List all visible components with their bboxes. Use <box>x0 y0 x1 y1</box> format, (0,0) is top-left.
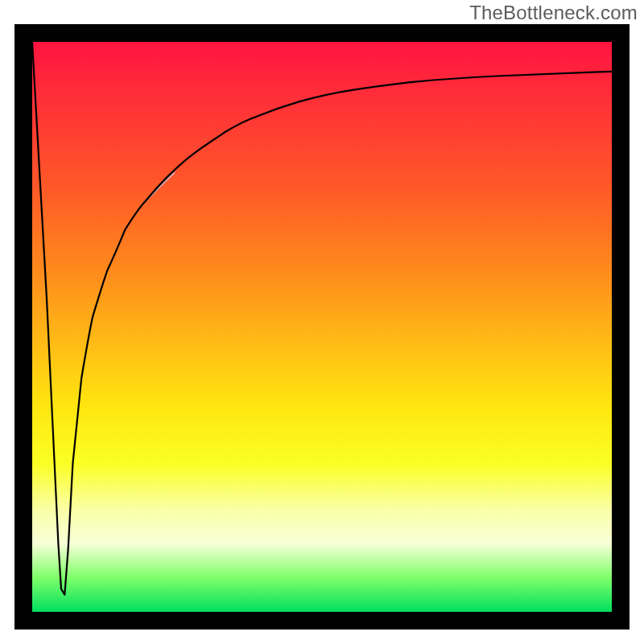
plot-area <box>32 42 612 612</box>
bottleneck-curve <box>32 42 612 612</box>
watermark-text: TheBottleneck.com <box>469 2 638 24</box>
chart-stage: TheBottleneck.com <box>0 0 644 644</box>
curve-main <box>32 42 612 595</box>
chart-frame <box>14 24 630 630</box>
